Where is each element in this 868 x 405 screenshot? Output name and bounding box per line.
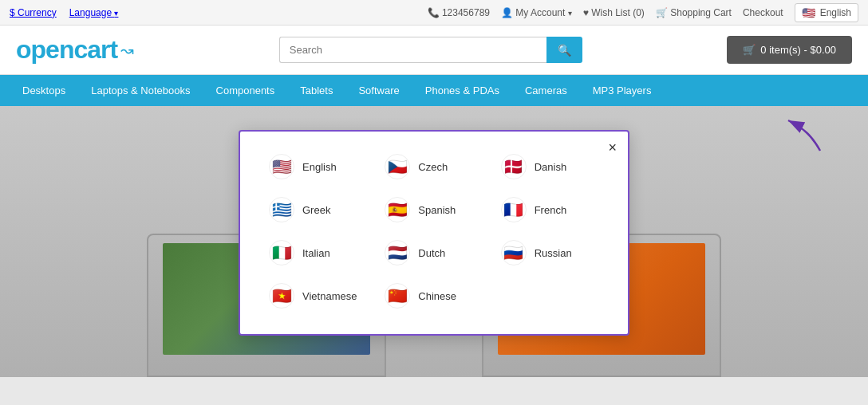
- language-item-italian[interactable]: 🇮🇹 Italian: [264, 237, 372, 269]
- user-icon: 👤: [501, 7, 513, 18]
- nav-item-software[interactable]: Software: [345, 75, 412, 106]
- phone-link[interactable]: 📞 123456789: [428, 7, 490, 18]
- phone-icon: 📞: [428, 7, 440, 18]
- language-item-french[interactable]: 🇫🇷 French: [496, 194, 604, 226]
- language-item-dutch[interactable]: 🇳🇱 Dutch: [380, 237, 487, 269]
- nav-item-cameras[interactable]: Cameras: [512, 75, 580, 106]
- lang-label-russian: Russian: [535, 247, 572, 259]
- language-selector[interactable]: Language ▾: [69, 7, 119, 18]
- language-item-greek[interactable]: 🇬🇷 Greek: [264, 194, 372, 226]
- language-modal: × 🇺🇸 English 🇨🇿 Czech 🇩🇰 Danish 🇬🇷 Greek…: [239, 130, 629, 336]
- shopping-cart-link[interactable]: 🛒 Shopping Cart: [656, 7, 732, 18]
- cart-button-icon: 🛒: [743, 44, 756, 56]
- logo[interactable]: opencart ↝: [16, 35, 134, 65]
- modal-close-button[interactable]: ×: [608, 140, 617, 156]
- language-item-vietnamese[interactable]: 🇻🇳 Vietnamese: [264, 280, 372, 312]
- top-bar-right: 📞 123456789 👤 My Account ▾ ♥ Wish List (…: [428, 3, 858, 22]
- lang-label-italian: Italian: [302, 247, 330, 259]
- lang-label-vietnamese: Vietnamese: [302, 290, 357, 302]
- wish-list-link[interactable]: ♥ Wish List (0): [583, 7, 645, 18]
- nav-item-tablets[interactable]: Tablets: [287, 75, 345, 106]
- nav-item-laptops[interactable]: Laptops & Notebooks: [78, 75, 203, 106]
- lang-label-spanish: Spanish: [418, 204, 456, 216]
- current-language-label: English: [820, 7, 851, 18]
- lang-label-greek: Greek: [302, 204, 330, 216]
- language-item-danish[interactable]: 🇩🇰 Danish: [496, 151, 604, 183]
- us-flag-icon: 🇺🇸: [802, 6, 816, 20]
- language-item-chinese[interactable]: 🇨🇳 Chinese: [380, 280, 487, 312]
- nav-bar: Desktops Laptops & Notebooks Components …: [0, 75, 868, 106]
- logo-text: opencart: [16, 35, 117, 65]
- top-bar: $ Currency Language ▾ 📞 123456789 👤 My A…: [0, 0, 868, 26]
- currency-selector[interactable]: $ Currency: [10, 7, 57, 18]
- cart-button[interactable]: 🛒 0 item(s) - $0.00: [727, 36, 852, 64]
- top-bar-left: $ Currency Language ▾: [10, 7, 118, 18]
- search-bar: 🔍: [279, 37, 582, 63]
- language-item-english[interactable]: 🇺🇸 English: [264, 151, 372, 183]
- main-content: × 🇺🇸 English 🇨🇿 Czech 🇩🇰 Danish 🇬🇷 Greek…: [0, 106, 868, 377]
- lang-label-dutch: Dutch: [418, 247, 445, 259]
- flag-greek: 🇬🇷: [269, 197, 294, 222]
- flag-italian: 🇮🇹: [269, 240, 294, 265]
- search-icon: 🔍: [558, 44, 571, 57]
- language-grid: 🇺🇸 English 🇨🇿 Czech 🇩🇰 Danish 🇬🇷 Greek 🇪…: [264, 151, 604, 312]
- nav-item-desktops[interactable]: Desktops: [10, 75, 78, 106]
- search-button[interactable]: 🔍: [546, 37, 582, 63]
- logo-cart-icon: ↝: [120, 41, 134, 60]
- heart-icon: ♥: [583, 7, 589, 18]
- flag-russian: 🇷🇺: [501, 240, 527, 265]
- language-item-spanish[interactable]: 🇪🇸 Spanish: [380, 194, 487, 226]
- flag-spanish: 🇪🇸: [385, 197, 410, 222]
- language-item-russian[interactable]: 🇷🇺 Russian: [496, 237, 604, 269]
- flag-dutch: 🇳🇱: [385, 240, 410, 265]
- lang-label-french: French: [535, 204, 566, 216]
- lang-label-english: English: [302, 161, 337, 173]
- search-input[interactable]: [279, 37, 546, 63]
- nav-item-phones[interactable]: Phones & PDAs: [412, 75, 512, 106]
- flag-english: 🇺🇸: [269, 154, 294, 179]
- flag-chinese: 🇨🇳: [385, 283, 410, 309]
- cart-icon: 🛒: [656, 7, 668, 18]
- lang-label-chinese: Chinese: [418, 290, 456, 302]
- flag-french: 🇫🇷: [501, 197, 527, 222]
- current-language-display[interactable]: 🇺🇸 English: [795, 3, 858, 22]
- my-account-link[interactable]: 👤 My Account ▾: [501, 7, 572, 18]
- flag-danish: 🇩🇰: [501, 154, 527, 179]
- language-item-czech[interactable]: 🇨🇿 Czech: [380, 151, 487, 183]
- checkout-link[interactable]: Checkout: [743, 7, 783, 18]
- lang-label-czech: Czech: [418, 161, 448, 173]
- cart-button-label: 0 item(s) - $0.00: [760, 44, 836, 56]
- nav-item-mp3[interactable]: MP3 Players: [580, 75, 665, 106]
- lang-label-danish: Danish: [535, 161, 566, 173]
- nav-item-components[interactable]: Components: [203, 75, 288, 106]
- flag-vietnamese: 🇻🇳: [269, 283, 294, 309]
- header: opencart ↝ 🔍 🛒 0 item(s) - $0.00: [0, 26, 868, 75]
- flag-czech: 🇨🇿: [385, 154, 410, 179]
